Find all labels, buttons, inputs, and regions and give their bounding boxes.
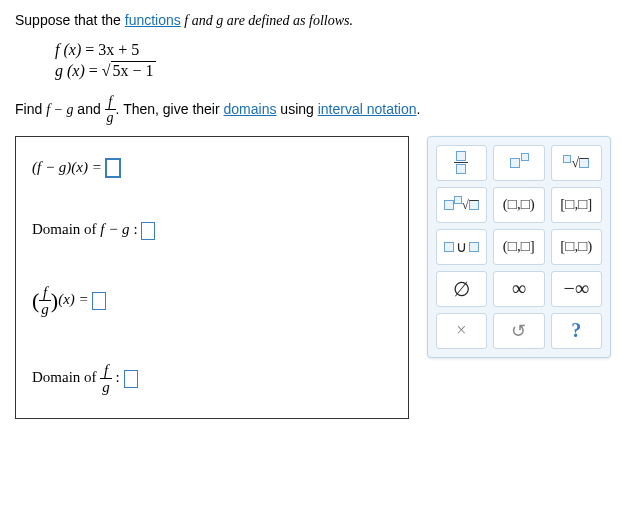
- f-lhs: f (x): [55, 41, 85, 58]
- r3-num: f: [39, 284, 51, 302]
- g-eq: =: [89, 62, 102, 79]
- key-closed-closed-label: [□,□]: [560, 196, 592, 213]
- key-help[interactable]: ?: [551, 313, 602, 349]
- r4-den: g: [100, 379, 112, 396]
- keypad: √ √ (□,□) [□,□] ∪ (□,□] [□,□) ∅ ∞ −∞ × ↺…: [427, 136, 611, 358]
- task-line: Find f − g and fg. Then, give their doma…: [15, 94, 611, 126]
- key-open-open[interactable]: (□,□): [493, 187, 544, 223]
- task-p1: Find: [15, 101, 46, 117]
- key-neg-infinity[interactable]: −∞: [551, 271, 602, 307]
- sqrt-icon: √: [102, 62, 111, 79]
- key-reset[interactable]: ↺: [493, 313, 544, 349]
- r3-rhs: (x) =: [58, 291, 92, 307]
- r4-frac: fg: [100, 362, 112, 396]
- task-frac: fg: [105, 94, 116, 126]
- task-diff: f − g: [46, 102, 73, 117]
- help-icon: ?: [571, 319, 581, 342]
- link-domains[interactable]: domains: [224, 101, 277, 117]
- answer-row-domain-diff: Domain of f − g :: [16, 199, 408, 262]
- input-quot-expr[interactable]: [92, 292, 106, 310]
- input-domain-quot[interactable]: [124, 370, 138, 388]
- key-fraction[interactable]: [436, 145, 487, 181]
- instruction-line: Suppose that the functions f and g are d…: [15, 10, 611, 31]
- link-functions[interactable]: functions: [125, 12, 181, 28]
- key-open-open-label: (□,□): [503, 196, 535, 213]
- key-open-closed-label: (□,□]: [503, 238, 535, 255]
- task-p2: and: [73, 101, 104, 117]
- key-union[interactable]: ∪: [436, 229, 487, 265]
- task-p3: . Then, give their: [116, 101, 224, 117]
- key-infinity[interactable]: ∞: [493, 271, 544, 307]
- r2-c: :: [130, 221, 142, 237]
- instr-mid: f and g are defined as follows.: [181, 13, 353, 28]
- g-lhs: g (x): [55, 62, 89, 79]
- input-domain-diff[interactable]: [141, 222, 155, 240]
- close-icon: ×: [456, 320, 466, 341]
- key-infinity-label: ∞: [512, 277, 526, 300]
- g-radicand: 5x − 1: [111, 61, 156, 80]
- r4-num: f: [100, 362, 112, 380]
- reset-icon: ↺: [511, 320, 526, 342]
- instr-prefix: Suppose that the: [15, 12, 125, 28]
- r3-den: g: [39, 301, 51, 318]
- task-frac-num: f: [105, 94, 116, 110]
- answer-row-diff: (f − g)(x) =: [16, 137, 408, 200]
- key-closed-open[interactable]: [□,□): [551, 229, 602, 265]
- def-g: g (x) = √5x − 1: [55, 61, 611, 80]
- task-frac-den: g: [105, 110, 116, 125]
- key-nth-root[interactable]: √: [551, 145, 602, 181]
- task-p4: using: [276, 101, 317, 117]
- key-neg-infinity-label: −∞: [563, 277, 589, 300]
- r2-b: f − g: [100, 221, 129, 237]
- r2-a: Domain of: [32, 221, 100, 237]
- link-interval[interactable]: interval notation: [318, 101, 417, 117]
- answer-row-domain-quot: Domain of fg :: [16, 340, 408, 418]
- key-empty-set[interactable]: ∅: [436, 271, 487, 307]
- input-diff-expr[interactable]: [106, 159, 120, 177]
- answer-box: (f − g)(x) = Domain of f − g : (fg)(x) =…: [15, 136, 409, 419]
- key-open-closed[interactable]: (□,□]: [493, 229, 544, 265]
- f-rhs: = 3x + 5: [85, 41, 139, 58]
- key-empty-set-label: ∅: [453, 277, 470, 301]
- key-clear[interactable]: ×: [436, 313, 487, 349]
- r4-a: Domain of: [32, 369, 100, 385]
- key-mixed-root[interactable]: √: [436, 187, 487, 223]
- key-closed-open-label: [□,□): [560, 238, 592, 255]
- r1-lhs: (f − g)(x) =: [32, 159, 106, 175]
- def-f: f (x) = 3x + 5: [55, 41, 611, 59]
- key-closed-closed[interactable]: [□,□]: [551, 187, 602, 223]
- key-exponent[interactable]: [493, 145, 544, 181]
- r4-c: :: [112, 369, 124, 385]
- function-definitions: f (x) = 3x + 5 g (x) = √5x − 1: [55, 41, 611, 80]
- task-p5: .: [417, 101, 421, 117]
- quot-frac: fg: [39, 284, 51, 318]
- answer-row-quot: (fg)(x) =: [16, 262, 408, 340]
